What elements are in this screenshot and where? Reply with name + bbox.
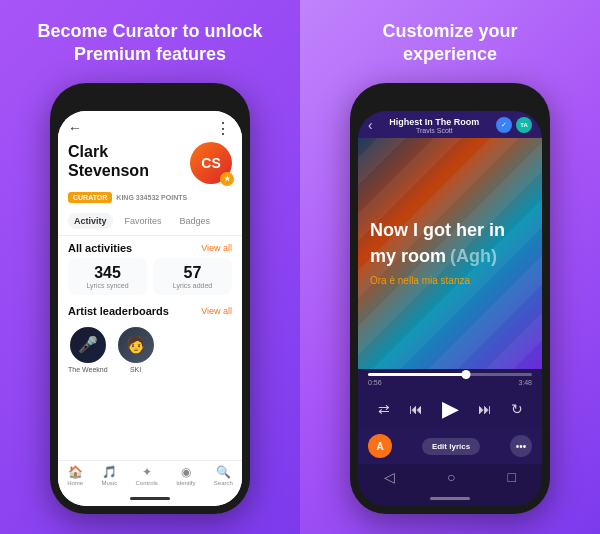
- home-icon: 🏠: [68, 465, 83, 479]
- controls-icon: ✦: [142, 465, 152, 479]
- leader-weeknd: 🎤 The Weeknd: [68, 327, 108, 373]
- lyrics-overlay: Now I got her in my room (Agh) Ora è nel…: [358, 210, 542, 296]
- android-back-button[interactable]: ◁: [384, 469, 395, 485]
- current-time: 0:56: [368, 379, 382, 386]
- avatar-initials: CS: [201, 155, 220, 171]
- bottom-nav: 🏠 Home 🎵 Music ✦ Controls ◉ Identify 🔍: [58, 460, 242, 490]
- player-back-icon[interactable]: ‹: [368, 117, 373, 133]
- music-icon: 🎵: [102, 465, 117, 479]
- progress-dot: [462, 370, 471, 379]
- home-indicator: [58, 490, 242, 506]
- leaderboard-section: Artist leaderboards View all 🎤 The Weekn…: [58, 301, 242, 373]
- ski-avatar: 🧑: [118, 327, 154, 363]
- shuffle-button[interactable]: ⇄: [378, 401, 390, 417]
- ski-name: SKI: [130, 366, 141, 373]
- right-home-indicator: [358, 490, 542, 506]
- profile-tabs: Activity Favorites Badges: [58, 209, 242, 236]
- activities-header: All activities View all: [58, 236, 242, 258]
- added-label: Lyrics added: [161, 282, 224, 289]
- next-button[interactable]: ⏭: [478, 401, 492, 417]
- ski-avatar-inner: 🧑: [118, 327, 154, 363]
- verified-badge: ✓: [496, 117, 512, 133]
- avatar: CS ★: [190, 142, 232, 184]
- ta-badge: TA: [516, 117, 532, 133]
- profile-section: Clark Stevenson CS ★: [58, 142, 242, 192]
- home-bar: [130, 497, 170, 500]
- left-phone-inner: ← ⋮ Clark Stevenson CS ★ CURATOR: [58, 111, 242, 506]
- notch-bump: [120, 94, 180, 108]
- profile-last-name: Stevenson: [68, 161, 149, 180]
- synced-number: 345: [76, 264, 139, 282]
- right-notch-bump: [420, 94, 480, 108]
- added-number: 57: [161, 264, 224, 282]
- stats-row: 345 Lyrics synced 57 Lyrics added: [58, 258, 242, 301]
- app-header: ← ⋮: [58, 111, 242, 142]
- left-phone: ← ⋮ Clark Stevenson CS ★ CURATOR: [50, 83, 250, 514]
- weeknd-name: The Weeknd: [68, 366, 108, 373]
- tab-favorites[interactable]: Favorites: [119, 213, 168, 229]
- leader-ski: 🧑 SKI: [118, 327, 154, 373]
- player-icons-right: ✓ TA: [496, 117, 532, 133]
- nav-identify[interactable]: ◉ Identify: [176, 465, 195, 486]
- tab-badges[interactable]: Badges: [174, 213, 217, 229]
- leaderboard-title: Artist leaderboards: [68, 305, 169, 317]
- player-action-row: A Edit lyrics •••: [358, 428, 542, 464]
- badges-row: CURATOR KING 334532 POINTS: [58, 192, 242, 209]
- progress-bar[interactable]: [368, 373, 532, 376]
- prev-button[interactable]: ⏮: [409, 401, 423, 417]
- player-nav-bar: ◁ ○ □: [358, 464, 542, 490]
- leaderboard-view-all[interactable]: View all: [201, 306, 232, 316]
- profile-first-name: Clark: [68, 142, 149, 161]
- left-panel: Become Curator to unlockPremium features…: [0, 0, 300, 534]
- right-phone: ‹ Highest In The Room Travis Scott ✓ TA …: [350, 83, 550, 514]
- player-song-title: Highest In The Room: [378, 117, 491, 127]
- android-recents-button[interactable]: □: [508, 469, 516, 485]
- profile-name-block: Clark Stevenson: [68, 142, 149, 180]
- activities-title: All activities: [68, 242, 132, 254]
- search-icon: 🔍: [216, 465, 231, 479]
- back-arrow-icon[interactable]: ←: [68, 120, 82, 136]
- dots-menu-icon[interactable]: ⋮: [215, 119, 232, 138]
- total-time: 3:48: [518, 379, 532, 386]
- progress-fill: [368, 373, 466, 376]
- nav-music-label: Music: [101, 480, 117, 486]
- right-panel: Customize yourexperience ‹ Highest In Th…: [300, 0, 600, 534]
- android-home-button[interactable]: ○: [447, 469, 455, 485]
- activities-view-all[interactable]: View all: [201, 243, 232, 253]
- user-action-button[interactable]: A: [368, 434, 392, 458]
- nav-controls[interactable]: ✦ Controls: [135, 465, 157, 486]
- leaderboard-header: Artist leaderboards View all: [68, 301, 232, 321]
- lyric-translation: Ora è nella mia stanza: [370, 275, 530, 286]
- repeat-button[interactable]: ↻: [511, 401, 523, 417]
- nav-controls-label: Controls: [135, 480, 157, 486]
- lyrics-synced-stat: 345 Lyrics synced: [68, 258, 147, 295]
- tab-activity[interactable]: Activity: [68, 213, 113, 229]
- player-controls: ⇄ ⏮ ▶ ⏭ ↻: [358, 390, 542, 428]
- player-progress: 0:56 3:48: [358, 369, 542, 390]
- right-phone-notch: [358, 91, 542, 111]
- nav-identify-label: Identify: [176, 480, 195, 486]
- nav-music[interactable]: 🎵 Music: [101, 465, 117, 486]
- progress-times: 0:56 3:48: [368, 379, 532, 386]
- weeknd-avatar-inner: 🎤: [70, 327, 106, 363]
- nav-search[interactable]: 🔍 Search: [214, 465, 233, 486]
- synced-label: Lyrics synced: [76, 282, 139, 289]
- phone-notch: [58, 91, 242, 111]
- lyric-secondary: (Agh): [450, 246, 497, 268]
- right-phone-inner: ‹ Highest In The Room Travis Scott ✓ TA …: [358, 111, 542, 506]
- lyric-main-line2: my room: [370, 246, 446, 268]
- left-panel-title: Become Curator to unlockPremium features: [37, 20, 262, 67]
- right-home-bar: [430, 497, 470, 500]
- identify-icon: ◉: [181, 465, 191, 479]
- player-song-info: Highest In The Room Travis Scott: [373, 117, 496, 134]
- edit-lyrics-button[interactable]: Edit lyrics: [422, 438, 480, 455]
- nav-home[interactable]: 🏠 Home: [67, 465, 83, 486]
- play-button[interactable]: ▶: [442, 396, 459, 422]
- nav-search-label: Search: [214, 480, 233, 486]
- curator-badge: CURATOR: [68, 192, 112, 203]
- king-badge: KING 334532 POINTS: [116, 194, 187, 201]
- app-content: ← ⋮ Clark Stevenson CS ★ CURATOR: [58, 111, 242, 460]
- player-artist: Travis Scott: [378, 127, 491, 134]
- more-options-button[interactable]: •••: [510, 435, 532, 457]
- right-panel-title: Customize yourexperience: [382, 20, 517, 67]
